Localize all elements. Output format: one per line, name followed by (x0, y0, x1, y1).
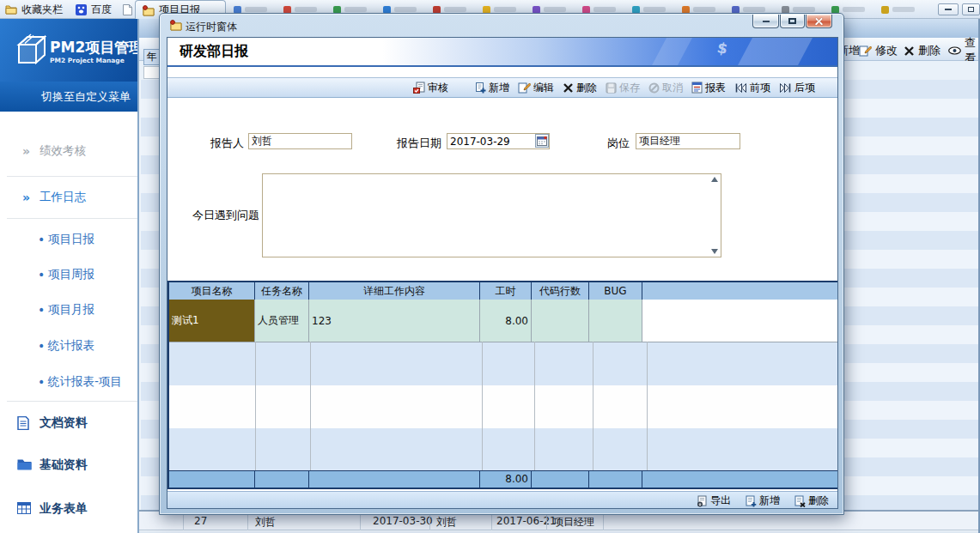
summary-cell (642, 471, 837, 488)
audit-button[interactable]: 审核 (413, 81, 448, 95)
position-label: 岗位 (607, 136, 630, 151)
sidebar-item-project-weekly[interactable]: • 项目周报 (0, 266, 137, 283)
button-label: 新增 (759, 494, 780, 508)
modal-minimize-button[interactable] (752, 15, 779, 28)
favorites-label: 收藏夹栏 (21, 3, 63, 17)
bullet-icon: • (38, 303, 48, 317)
add-button[interactable]: 新增 (474, 81, 509, 95)
reporter-label: 报告人 (210, 136, 244, 151)
button-label: 导出 (710, 494, 731, 508)
gridline (593, 342, 593, 470)
sidebar-item-documents[interactable]: 文档资料 (0, 415, 137, 432)
year-filter-cell[interactable] (143, 66, 160, 79)
column-header-detail[interactable]: 详细工作内容 (309, 282, 480, 300)
sidebar-item-performance[interactable]: » 绩效考核 (0, 142, 137, 160)
report-date-field[interactable] (447, 133, 550, 149)
modify-button[interactable]: 修改 (859, 42, 898, 59)
modal-close-button[interactable] (806, 15, 832, 28)
form-title: 研发部日报 (180, 43, 248, 61)
view-button[interactable]: 查看 (948, 42, 978, 59)
maximize-window-button[interactable] (962, 3, 980, 15)
cell-empty[interactable] (642, 300, 837, 342)
edit-button[interactable]: 编辑 (518, 81, 554, 95)
chevron-right-icon: » (22, 191, 40, 204)
document-icon (17, 416, 31, 430)
report-button[interactable]: 报表 (691, 81, 726, 95)
column-header-empty[interactable] (642, 282, 837, 300)
brand-title: PM2项目管理 (50, 38, 137, 58)
divider (7, 401, 137, 402)
button-label: 前项 (750, 81, 770, 95)
button-label: 修改 (875, 43, 898, 58)
column-header-task[interactable]: 任务名称 (255, 282, 309, 300)
runtime-form-window: 运行时窗体 研发部日报 审核 新增 编辑 (159, 13, 844, 515)
column-header-bug[interactable]: BUG (589, 282, 642, 300)
minimize-window-button[interactable] (938, 3, 959, 15)
button-label: 删除 (808, 494, 829, 508)
gridline (255, 342, 256, 470)
sidebar-item-label: 项目日报 (48, 232, 94, 247)
sidebar-item-base-data[interactable]: 基础资料 (0, 457, 137, 474)
column-header-hours[interactable]: 工时 (480, 282, 532, 300)
sidebar-item-stats-report-project[interactable]: • 统计报表-项目 (0, 373, 137, 391)
cell-hours[interactable]: 8.00 (480, 300, 532, 342)
summary-cell (532, 471, 589, 488)
textarea-scrollbar[interactable] (709, 174, 721, 257)
cell-bug[interactable] (589, 300, 642, 342)
bullet-icon: • (38, 339, 48, 353)
problems-textarea[interactable] (263, 174, 709, 257)
problems-textarea-group (262, 173, 721, 257)
save-button[interactable]: 保存 (606, 81, 640, 95)
blank-page-bookmark[interactable] (123, 0, 132, 19)
scroll-up-icon[interactable] (711, 177, 718, 182)
table-row[interactable]: 测试1 人员管理 123 8.00 (169, 300, 837, 342)
cell-position: 项目经理 (553, 515, 594, 530)
next-item-button[interactable]: 后项 (779, 81, 815, 95)
delete-button[interactable]: 删除 (563, 81, 597, 95)
cancel-button[interactable]: 取消 (648, 81, 683, 95)
baidu-bookmark[interactable]: 百度 (76, 0, 112, 19)
folder-doc-icon (142, 4, 155, 16)
cell-detail[interactable]: 123 (309, 300, 480, 342)
empty-row (169, 428, 837, 471)
problems-label: 今日遇到问题 (192, 208, 259, 223)
sidebar-item-label: 项目月报 (48, 302, 94, 318)
divider (7, 176, 137, 177)
favorites-bar-item[interactable] (881, 5, 915, 14)
button-label: 取消 (662, 81, 683, 95)
sidebar-item-work-log[interactable]: » 工作日志 (0, 189, 137, 206)
cell-code-lines[interactable] (532, 300, 589, 342)
export-button[interactable]: 导出 (697, 494, 731, 508)
reporter-field[interactable] (248, 133, 352, 149)
button-label: 编辑 (533, 81, 554, 95)
sidebar-item-project-monthly[interactable]: • 项目月报 (0, 301, 137, 318)
banner-decoration (648, 38, 695, 67)
cell-task[interactable]: 人员管理 (255, 300, 309, 342)
cell-reporter: 刘哲 (255, 515, 276, 530)
delete-button[interactable]: 删除 (904, 42, 940, 59)
favorites-folder-item[interactable]: 收藏夹栏 (5, 0, 63, 19)
year-column-header[interactable]: 年 (143, 49, 160, 65)
summary-cell (255, 471, 309, 488)
column-header-project[interactable]: 项目名称 (169, 282, 255, 300)
delete-row-button[interactable]: 删除 (794, 494, 829, 508)
sidebar-item-business-forms[interactable]: 业务表单 (0, 500, 137, 518)
cell-project-selected[interactable]: 测试1 (169, 300, 255, 342)
switch-menu-button[interactable]: 切换至自定义菜单 (0, 82, 137, 112)
calendar-picker-button[interactable] (535, 134, 549, 148)
modal-title-bar[interactable]: 运行时窗体 (160, 14, 843, 37)
button-label: 删除 (576, 81, 597, 95)
add-row-button[interactable]: 新增 (745, 494, 780, 508)
column-header-code-lines[interactable]: 代码行数 (532, 282, 589, 300)
gridline (482, 342, 483, 470)
position-field[interactable] (636, 133, 740, 149)
button-label: 报表 (705, 81, 726, 95)
modal-toolbar: 审核 新增 编辑 删除 保存 (167, 77, 838, 98)
scroll-down-icon[interactable] (711, 249, 718, 254)
sidebar-item-project-daily[interactable]: • 项目日报 (0, 231, 137, 248)
gridline (310, 342, 311, 470)
folder-icon (17, 458, 31, 472)
previous-item-button[interactable]: 前项 (734, 81, 770, 95)
modal-maximize-button[interactable] (780, 15, 805, 28)
sidebar-item-stats-report[interactable]: • 统计报表 (0, 337, 137, 354)
